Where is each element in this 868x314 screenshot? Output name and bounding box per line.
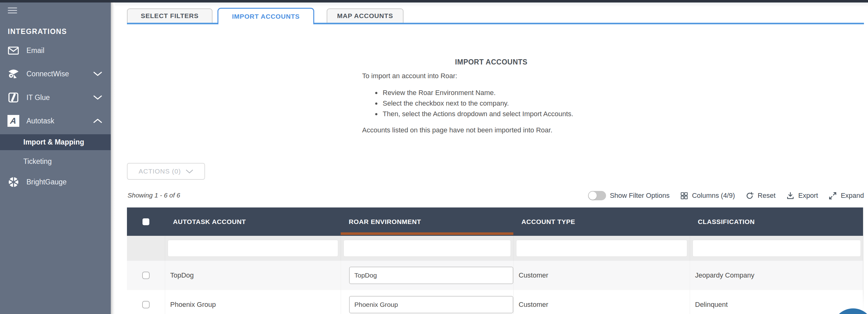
sidebar-item-label: BrightGauge (26, 178, 67, 186)
download-icon (786, 192, 795, 200)
expand-button[interactable]: Expand (829, 192, 864, 200)
results-summary: Showing 1 - 6 of 6 (128, 192, 180, 199)
page-title: IMPORT ACCOUNTS (362, 58, 620, 66)
export-label: Export (798, 192, 818, 200)
sidebar-item-label: Import & Mapping (23, 138, 84, 146)
sidebar-item-label: Ticketing (23, 157, 52, 166)
sidebar-item-email[interactable]: Email (0, 44, 111, 57)
sidebar-item-import-mapping[interactable]: Import & Mapping (0, 134, 111, 150)
header-checkbox-cell (127, 207, 165, 236)
cell-account-type: Customer (513, 261, 690, 290)
email-icon (7, 47, 20, 55)
table-row: TopDog Customer Jeopardy Company (127, 261, 863, 290)
sidebar-item-connectwise[interactable]: ConnectWise (0, 67, 111, 81)
filter-cell (513, 236, 690, 261)
columns-label: Columns (4/9) (692, 192, 735, 200)
sidebar-item-autotask[interactable]: A Autotask (0, 114, 111, 128)
filter-input-roar-environment[interactable] (343, 240, 511, 257)
reset-refresh-icon (745, 192, 754, 200)
columns-button[interactable]: Columns (4/9) (680, 192, 735, 200)
chevron-down-icon (186, 169, 193, 173)
reset-label: Reset (757, 192, 775, 200)
expand-label: Expand (841, 192, 864, 200)
instructions-list: Review the Roar Environment Name. Select… (381, 88, 620, 119)
filter-input-classification[interactable] (692, 240, 861, 257)
tab-select-filters[interactable]: SELECT FILTERS (127, 8, 213, 23)
sidebar-scrollbar[interactable] (111, 0, 115, 314)
expand-arrows-icon (829, 192, 837, 200)
filter-checkbox-cell (127, 236, 165, 261)
connectwise-icon (7, 69, 20, 79)
toggle-label: Show Filter Options (610, 192, 670, 200)
show-filter-options-control: Show Filter Options (588, 191, 670, 200)
cell-classification: Jeopardy Company (690, 261, 863, 290)
column-header-account-type[interactable]: ACCOUNT TYPE (513, 207, 690, 236)
integrations-page: INTEGRATIONS Email ConnectWise IT Glue (0, 0, 868, 314)
sidebar-item-label: ConnectWise (26, 70, 69, 78)
filter-input-autotask-account[interactable] (168, 240, 338, 257)
sidebar-item-label: IT Glue (26, 93, 50, 102)
filter-cell (165, 236, 341, 261)
top-window-edge (0, 0, 868, 2)
sidebar-title: INTEGRATIONS (8, 27, 67, 36)
instructions-block: IMPORT ACCOUNTS To import an account int… (115, 58, 868, 134)
instructions-bullet: Select the checkbox next to the company. (381, 98, 620, 109)
table-header-row: AUTOTASK ACCOUNT ROAR ENVIRONMENT ACCOUN… (127, 207, 863, 236)
hamburger-menu-icon[interactable] (8, 7, 18, 14)
chevron-down-icon[interactable] (93, 72, 103, 76)
roar-environment-input[interactable] (349, 267, 513, 284)
cell-autotask-account: TopDog (165, 261, 341, 290)
filter-input-account-type[interactable] (516, 240, 687, 257)
instructions-intro: To import an account into Roar: (362, 72, 620, 80)
top-fade (111, 2, 868, 7)
row-checkbox[interactable] (142, 301, 150, 308)
column-header-roar-environment[interactable]: ROAR ENVIRONMENT (341, 207, 513, 236)
filter-cell (690, 236, 863, 261)
filter-options-toggle[interactable] (588, 191, 606, 200)
itglue-icon (7, 92, 20, 103)
accounts-table: AUTOTASK ACCOUNT ROAR ENVIRONMENT ACCOUN… (127, 207, 863, 314)
tab-map-accounts[interactable]: MAP ACCOUNTS (327, 8, 404, 23)
export-button[interactable]: Export (786, 192, 818, 200)
tab-import-accounts[interactable]: IMPORT ACCOUNTS (217, 8, 314, 24)
cell-account-type: Customer (513, 290, 690, 314)
sidebar-item-ticketing[interactable]: Ticketing (0, 154, 111, 168)
actions-dropdown-button[interactable]: ACTIONS (0) (127, 163, 205, 180)
table-toolbar: Show Filter Options Columns (4/9) Reset … (588, 189, 864, 202)
chevron-down-icon[interactable] (93, 95, 103, 100)
table-filter-row (127, 236, 863, 261)
columns-grid-icon (680, 192, 688, 200)
brightgauge-icon (7, 176, 20, 188)
row-checkbox[interactable] (142, 272, 150, 279)
sidebar-item-itglue[interactable]: IT Glue (0, 91, 111, 104)
sidebar-item-label: Autotask (26, 117, 55, 125)
cell-roar-environment (341, 290, 513, 314)
autotask-icon: A (7, 115, 20, 127)
roar-environment-input[interactable] (349, 296, 513, 313)
row-checkbox-cell (127, 290, 165, 314)
instructions-bullet: Review the Roar Environment Name. (381, 88, 620, 98)
filter-cell (341, 236, 513, 261)
actions-dropdown-label: ACTIONS (0) (139, 168, 181, 175)
cell-autotask-account: Phoenix Group (165, 290, 341, 314)
chevron-up-icon[interactable] (93, 119, 103, 123)
instructions-bullet: Then, select the Actions dropdown and se… (381, 109, 620, 119)
column-header-classification[interactable]: CLASSIFICATION (690, 207, 863, 236)
cell-roar-environment (341, 261, 513, 290)
sidebar: INTEGRATIONS Email ConnectWise IT Glue (0, 0, 111, 314)
row-checkbox-cell (127, 261, 165, 290)
toggle-knob (589, 192, 597, 200)
reset-button[interactable]: Reset (745, 192, 775, 200)
column-header-autotask-account[interactable]: AUTOTASK ACCOUNT (165, 207, 341, 236)
instructions-footer: Accounts listed on this page have not be… (362, 126, 620, 134)
sidebar-item-label: Email (26, 47, 44, 55)
table-row: Phoenix Group Customer Delinquent (127, 290, 863, 314)
select-all-checkbox[interactable] (143, 218, 149, 225)
sidebar-item-brightgauge[interactable]: BrightGauge (0, 175, 111, 189)
